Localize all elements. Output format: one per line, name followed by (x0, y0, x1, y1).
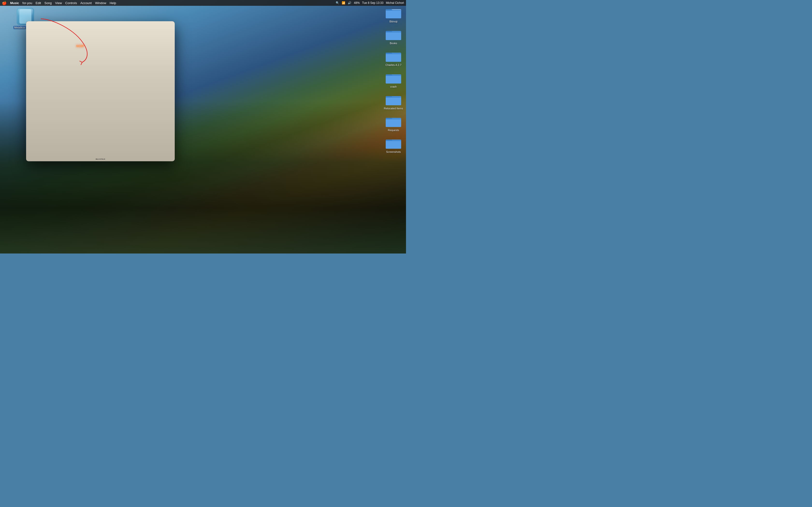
menu-help[interactable]: Help (110, 1, 116, 5)
menu-view[interactable]: View (55, 1, 62, 5)
folder-label-bitmoji: Bitmoji (389, 20, 397, 23)
folder-icon-crash (386, 72, 401, 84)
menubar: 🍎 Music for-you Edit Song View Controls … (0, 0, 406, 6)
svg-rect-2 (386, 11, 401, 18)
folder-label-screenshots: Screenshots (386, 151, 401, 153)
folder-label-books: Books (390, 42, 397, 45)
menubar-left: 🍎 Music for-you Edit Song View Controls … (2, 1, 116, 5)
svg-rect-14 (386, 141, 401, 149)
desktop-folder-crash[interactable]: crash (384, 72, 403, 88)
folder-label-crash: crash (390, 85, 397, 88)
username: Michal Cichoń (386, 1, 404, 5)
desktop-folder-relocated[interactable]: Relocated Items (384, 94, 403, 110)
folder-icon-relocated (386, 94, 401, 106)
desktop-folder-screenshots[interactable]: Screenshots (384, 137, 403, 153)
albums-grid-row3: ♪ ♪ MATISYAHUYOUTH (75, 143, 171, 161)
menu-edit[interactable]: Edit (36, 1, 41, 5)
menu-window[interactable]: Window (95, 1, 106, 5)
desktop-folder-charles[interactable]: Charles-4.2.7 (384, 50, 403, 66)
menu-search-icon[interactable]: 🔍 (336, 1, 339, 5)
folder-icon-books (386, 29, 401, 41)
menu-song[interactable]: Song (45, 1, 52, 5)
svg-rect-8 (386, 76, 401, 83)
folder-icon-charles (386, 50, 401, 63)
apple-menu[interactable]: 🍎 (2, 1, 7, 5)
folder-icon-requests (386, 115, 401, 128)
desktop-folder-requests[interactable]: Requests (384, 115, 403, 131)
menu-controls[interactable]: Controls (65, 1, 77, 5)
svg-rect-10 (386, 98, 401, 105)
volume-icon: 🔊 (348, 1, 351, 5)
window-body: 🔍 Apple Music ♥ For You ♪ Browse 📻 Radio… (26, 31, 175, 161)
app-name[interactable]: Music (10, 1, 19, 5)
desktop-folder-bitmoji[interactable]: Bitmoji (384, 7, 403, 23)
folder-label-relocated: Relocated Items (384, 107, 403, 110)
menu-file[interactable]: for-you (22, 1, 32, 5)
album-mela[interactable]: MELA KOTELUK (141, 143, 161, 161)
folder-icon-bitmoji (386, 7, 401, 19)
music-window: ⏮ ▶ ⏭ ♪ 🍎 🔈 🔊 💬 ☰ 🔍 Apple Mus (26, 21, 175, 161)
album-art-mela: MELA KOTELUK (141, 143, 161, 161)
menu-account[interactable]: Account (80, 1, 92, 5)
wifi-icon: 📶 (342, 1, 345, 5)
battery-status: 48% (354, 1, 360, 5)
menubar-right: 🔍 📶 🔊 48% Tue 8 Sep 13:33 Michal Cichoń (336, 1, 404, 5)
main-content: Recently Added NOIR Noir Blue Sky Black … (71, 31, 175, 161)
folder-icon-screenshots (386, 137, 401, 150)
svg-rect-6 (386, 54, 401, 62)
folder-label-charles: Charles-4.2.7 (386, 63, 401, 66)
folder-label-requests: Requests (388, 129, 399, 131)
svg-rect-4 (386, 32, 401, 40)
desktop-folder-books[interactable]: Books (384, 29, 403, 45)
svg-rect-12 (386, 119, 401, 127)
datetime: Tue 8 Sep 13:33 (362, 1, 383, 5)
